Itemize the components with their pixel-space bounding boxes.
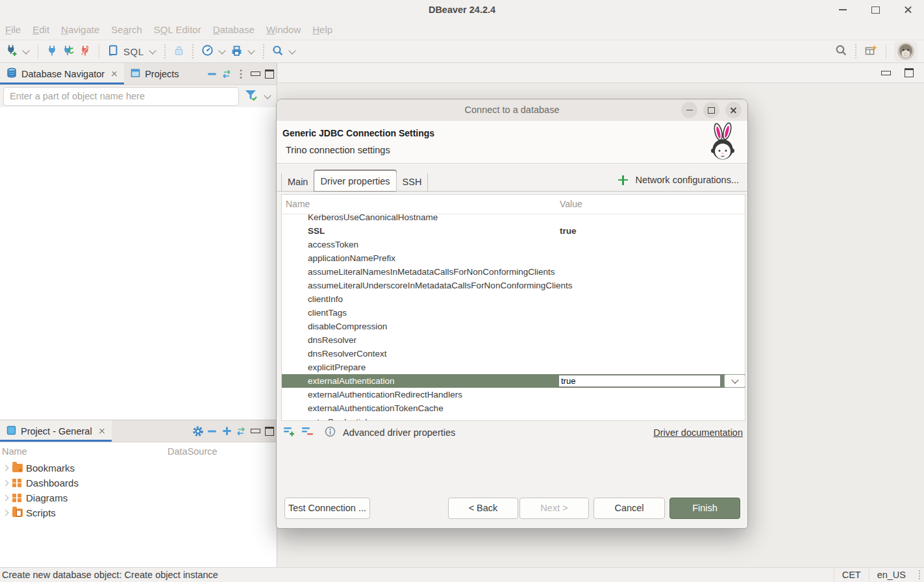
property-name: accessToken <box>308 238 358 251</box>
tree-item[interactable]: Bookmarks <box>0 461 277 475</box>
tree-item-label: Diagrams <box>26 492 68 503</box>
property-row[interactable]: extraCredentials <box>282 415 745 420</box>
test-connection-button[interactable]: Test Connection ... <box>284 498 370 519</box>
gear-icon[interactable] <box>191 424 205 438</box>
tree-item[interactable]: Dashboards <box>0 475 277 490</box>
property-row[interactable]: KerberosUseCanonicalHostname <box>282 214 745 224</box>
menu-item[interactable]: Navigate <box>61 24 99 35</box>
timezone-indicator[interactable]: CET <box>834 568 869 582</box>
new-connection-dropdown-icon[interactable] <box>22 47 29 54</box>
window-minimize-button[interactable] <box>836 3 850 17</box>
property-value-input[interactable] <box>558 375 721 387</box>
panel-maximize-icon[interactable] <box>262 424 277 438</box>
connect-icon[interactable] <box>46 45 58 58</box>
close-tab-icon[interactable] <box>99 428 105 435</box>
dialog-maximize-button[interactable] <box>703 102 719 118</box>
global-search-icon[interactable] <box>835 44 847 58</box>
tab-projects[interactable]: Projects <box>124 63 185 84</box>
menu-item[interactable]: Database <box>213 24 255 35</box>
property-row[interactable]: dnsResolverContext <box>282 347 745 361</box>
panel-maximize-icon[interactable] <box>262 67 277 81</box>
link-editor-icon[interactable] <box>234 424 248 438</box>
property-row[interactable]: SSL true <box>282 224 745 238</box>
add-property-icon[interactable] <box>283 426 295 439</box>
close-tab-icon[interactable] <box>111 71 118 77</box>
back-button[interactable]: < Back <box>448 498 518 519</box>
panel-maximize-icon[interactable] <box>902 66 916 80</box>
tab-database-navigator[interactable]: Database Navigator <box>0 63 124 84</box>
property-row[interactable]: dnsResolver <box>282 333 745 347</box>
table-header[interactable]: Name Value <box>282 195 745 214</box>
collapse-all-icon[interactable] <box>205 67 219 81</box>
property-row[interactable]: applicationNamePrefix <box>282 251 745 265</box>
expand-all-icon[interactable] <box>219 424 234 438</box>
filter-dropdown-icon[interactable] <box>264 92 271 99</box>
cancel-button[interactable]: Cancel <box>593 498 665 519</box>
app-title: DBeaver 24.2.4 <box>0 0 924 19</box>
user-avatar[interactable] <box>894 42 918 61</box>
window-close-button[interactable] <box>901 3 915 17</box>
menu-item[interactable]: Window <box>266 24 301 35</box>
property-row[interactable]: externalAuthenticationTokenCache <box>282 401 745 415</box>
data-transfer-dropdown-icon[interactable] <box>247 47 255 54</box>
dashboard-dropdown-icon[interactable] <box>218 47 225 54</box>
folder-icon <box>12 479 23 487</box>
property-row[interactable]: clientInfo <box>282 292 745 306</box>
remove-property-icon[interactable] <box>301 426 314 439</box>
search-icon[interactable] <box>272 45 284 58</box>
property-row[interactable]: clientTags <box>282 306 745 320</box>
panel-minimize-icon[interactable] <box>248 67 262 81</box>
new-window-wizard-icon[interactable] <box>864 44 878 59</box>
property-row[interactable]: explicitPrepare <box>282 361 745 374</box>
property-row[interactable]: assumeLiteralNamesInMetadataCallsForNonC… <box>282 265 745 279</box>
collapse-all-icon[interactable] <box>205 424 219 438</box>
property-row[interactable]: externalAuthenticationRedirectHandlers <box>282 388 745 401</box>
dialog-tab[interactable]: Main <box>281 173 314 192</box>
disconnect-icon[interactable] <box>79 45 91 58</box>
tab-project-general[interactable]: Project - General <box>0 420 112 442</box>
sql-editor-dropdown-icon[interactable] <box>149 47 156 54</box>
menu-item[interactable]: Help <box>312 24 332 35</box>
dialog-tab[interactable]: Driver properties <box>314 170 396 192</box>
expand-chevron-icon[interactable] <box>3 495 9 501</box>
menu-item[interactable]: Search <box>111 24 142 35</box>
close-icon <box>730 107 737 114</box>
object-filter-input[interactable] <box>3 87 239 106</box>
property-row[interactable]: disableCompression <box>282 320 745 333</box>
dialog-minimize-button[interactable] <box>681 102 697 118</box>
search-dropdown-icon[interactable] <box>288 47 295 54</box>
link-editor-icon[interactable] <box>219 67 234 81</box>
data-transfer-icon[interactable] <box>231 45 243 58</box>
navigator-tree[interactable] <box>0 107 277 420</box>
expand-chevron-icon[interactable] <box>3 510 9 516</box>
panel-minimize-icon[interactable] <box>879 66 893 80</box>
filter-icon[interactable] <box>244 89 258 104</box>
locale-indicator[interactable]: en_US <box>869 568 914 582</box>
property-row[interactable]: accessToken <box>282 238 745 251</box>
panel-minimize-icon[interactable] <box>248 424 262 438</box>
window-maximize-button[interactable] <box>868 3 882 17</box>
expand-chevron-icon[interactable] <box>3 480 9 487</box>
dialog-close-button[interactable] <box>725 102 742 118</box>
projects-icon <box>131 68 140 80</box>
tree-item[interactable]: Diagrams <box>0 490 277 505</box>
view-menu-icon[interactable] <box>234 67 248 81</box>
sql-editor-label[interactable]: SQL <box>123 46 144 57</box>
property-row[interactable]: assumeLiteralUnderscoreInMetadataCallsFo… <box>282 279 745 292</box>
reconnect-icon[interactable] <box>62 45 75 58</box>
menu-item[interactable]: Edit <box>32 24 49 35</box>
menu-item[interactable]: SQL Editor <box>154 24 201 35</box>
tree-item[interactable]: Scripts <box>0 505 277 520</box>
property-row[interactable]: externalAuthentication true <box>282 374 745 388</box>
finish-button[interactable]: Finish <box>669 498 740 519</box>
dialog-titlebar[interactable]: Connect to a database <box>277 99 747 121</box>
driver-documentation-link[interactable]: Driver documentation <box>653 427 743 438</box>
new-connection-icon[interactable] <box>5 44 18 58</box>
network-configurations-button[interactable]: Network configurations... <box>618 175 739 185</box>
expand-chevron-icon[interactable] <box>3 465 9 472</box>
menu-item[interactable]: File <box>5 24 21 35</box>
value-dropdown-button[interactable] <box>724 374 745 388</box>
dashboard-icon[interactable] <box>201 44 214 58</box>
dialog-tab[interactable]: SSH <box>396 173 429 192</box>
sql-editor-icon[interactable] <box>107 44 119 58</box>
